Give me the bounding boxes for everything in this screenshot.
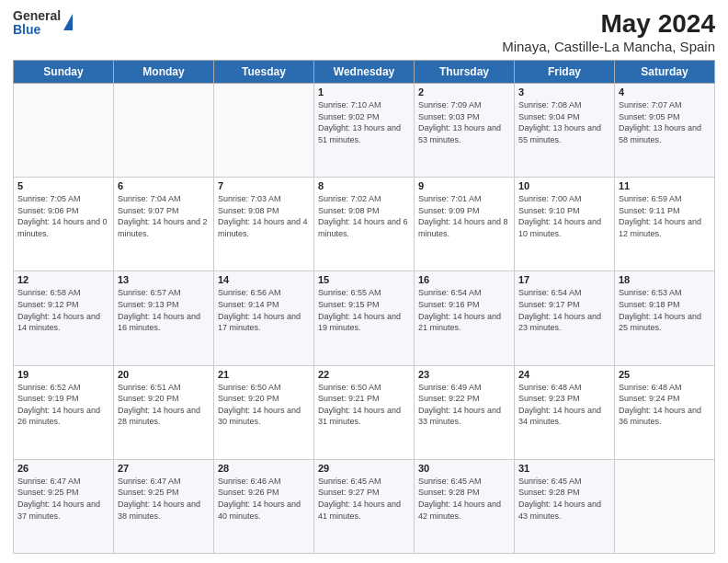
table-row: 24Sunrise: 6:48 AM Sunset: 9:23 PM Dayli… [515, 365, 615, 459]
calendar-title: May 2024 [502, 9, 715, 39]
day-number: 23 [418, 369, 510, 380]
header-friday: Friday [515, 61, 615, 84]
day-number: 31 [518, 463, 610, 474]
day-number: 19 [17, 369, 109, 380]
table-row: 2Sunrise: 7:09 AM Sunset: 9:03 PM Daylig… [415, 84, 515, 178]
day-number: 8 [318, 180, 410, 191]
table-row: 16Sunrise: 6:54 AM Sunset: 9:16 PM Dayli… [415, 271, 515, 365]
day-number: 29 [318, 463, 410, 474]
header-thursday: Thursday [415, 61, 515, 84]
table-row: 6Sunrise: 7:04 AM Sunset: 9:07 PM Daylig… [114, 178, 214, 271]
day-info: Sunrise: 7:00 AM Sunset: 9:10 PM Dayligh… [518, 193, 610, 239]
day-info: Sunrise: 6:48 AM Sunset: 9:23 PM Dayligh… [518, 382, 610, 428]
title-block: May 2024 Minaya, Castille-La Mancha, Spa… [502, 9, 715, 54]
day-info: Sunrise: 6:45 AM Sunset: 9:28 PM Dayligh… [518, 476, 610, 522]
day-info: Sunrise: 6:56 AM Sunset: 9:14 PM Dayligh… [218, 287, 310, 333]
logo-blue: Blue [13, 23, 61, 37]
table-row: 26Sunrise: 6:47 AM Sunset: 9:25 PM Dayli… [14, 459, 114, 553]
table-row: 5Sunrise: 7:05 AM Sunset: 9:06 PM Daylig… [14, 178, 114, 271]
header-saturday: Saturday [615, 61, 715, 84]
day-info: Sunrise: 6:51 AM Sunset: 9:20 PM Dayligh… [118, 382, 210, 428]
day-number: 22 [318, 369, 410, 380]
day-info: Sunrise: 7:04 AM Sunset: 9:07 PM Dayligh… [118, 193, 210, 239]
day-info: Sunrise: 6:45 AM Sunset: 9:28 PM Dayligh… [418, 476, 510, 522]
day-number: 15 [318, 274, 410, 285]
table-row: 11Sunrise: 6:59 AM Sunset: 9:11 PM Dayli… [615, 178, 715, 271]
day-info: Sunrise: 6:57 AM Sunset: 9:13 PM Dayligh… [118, 287, 210, 333]
table-row: 13Sunrise: 6:57 AM Sunset: 9:13 PM Dayli… [114, 271, 214, 365]
table-row: 28Sunrise: 6:46 AM Sunset: 9:26 PM Dayli… [214, 459, 314, 553]
table-row: 14Sunrise: 6:56 AM Sunset: 9:14 PM Dayli… [214, 271, 314, 365]
table-row: 10Sunrise: 7:00 AM Sunset: 9:10 PM Dayli… [515, 178, 615, 271]
day-number: 5 [17, 180, 109, 191]
calendar-week-row: 26Sunrise: 6:47 AM Sunset: 9:25 PM Dayli… [14, 459, 715, 553]
table-row: 7Sunrise: 7:03 AM Sunset: 9:08 PM Daylig… [214, 178, 314, 271]
day-number: 10 [518, 180, 610, 191]
day-number: 11 [619, 180, 711, 191]
table-row [214, 84, 314, 178]
day-number: 28 [218, 463, 310, 474]
day-info: Sunrise: 7:10 AM Sunset: 9:02 PM Dayligh… [318, 99, 410, 145]
table-row: 15Sunrise: 6:55 AM Sunset: 9:15 PM Dayli… [314, 271, 415, 365]
table-row: 12Sunrise: 6:58 AM Sunset: 9:12 PM Dayli… [14, 271, 114, 365]
calendar-week-row: 19Sunrise: 6:52 AM Sunset: 9:19 PM Dayli… [14, 365, 715, 459]
header: General Blue May 2024 Minaya, Castille-L… [13, 9, 715, 54]
table-row: 29Sunrise: 6:45 AM Sunset: 9:27 PM Dayli… [314, 459, 415, 553]
day-info: Sunrise: 6:50 AM Sunset: 9:20 PM Dayligh… [218, 382, 310, 428]
table-row: 27Sunrise: 6:47 AM Sunset: 9:25 PM Dayli… [114, 459, 214, 553]
day-info: Sunrise: 6:48 AM Sunset: 9:24 PM Dayligh… [619, 382, 711, 428]
day-number: 9 [418, 180, 510, 191]
header-wednesday: Wednesday [314, 61, 415, 84]
day-info: Sunrise: 7:01 AM Sunset: 9:09 PM Dayligh… [418, 193, 510, 239]
day-number: 12 [17, 274, 109, 285]
day-info: Sunrise: 7:09 AM Sunset: 9:03 PM Dayligh… [418, 99, 510, 145]
day-number: 27 [118, 463, 210, 474]
day-info: Sunrise: 6:54 AM Sunset: 9:17 PM Dayligh… [518, 287, 610, 333]
day-number: 26 [17, 463, 109, 474]
day-info: Sunrise: 6:55 AM Sunset: 9:15 PM Dayligh… [318, 287, 410, 333]
day-number: 2 [418, 86, 510, 98]
day-info: Sunrise: 6:54 AM Sunset: 9:16 PM Dayligh… [418, 287, 510, 333]
day-number: 25 [619, 369, 711, 380]
table-row: 1Sunrise: 7:10 AM Sunset: 9:02 PM Daylig… [314, 84, 415, 178]
day-info: Sunrise: 6:45 AM Sunset: 9:27 PM Dayligh… [318, 476, 410, 522]
day-number: 18 [619, 274, 711, 285]
header-sunday: Sunday [14, 61, 114, 84]
day-number: 24 [518, 369, 610, 380]
table-row: 9Sunrise: 7:01 AM Sunset: 9:09 PM Daylig… [415, 178, 515, 271]
day-number: 1 [318, 86, 410, 98]
day-info: Sunrise: 7:03 AM Sunset: 9:08 PM Dayligh… [218, 193, 310, 239]
logo-triangle-icon [63, 14, 73, 30]
table-row: 23Sunrise: 6:49 AM Sunset: 9:22 PM Dayli… [415, 365, 515, 459]
day-number: 16 [418, 274, 510, 285]
table-row: 19Sunrise: 6:52 AM Sunset: 9:19 PM Dayli… [14, 365, 114, 459]
calendar-week-row: 1Sunrise: 7:10 AM Sunset: 9:02 PM Daylig… [14, 84, 715, 178]
table-row [14, 84, 114, 178]
day-info: Sunrise: 6:49 AM Sunset: 9:22 PM Dayligh… [418, 382, 510, 428]
day-info: Sunrise: 6:47 AM Sunset: 9:25 PM Dayligh… [17, 476, 109, 522]
day-number: 21 [218, 369, 310, 380]
calendar-header-row: Sunday Monday Tuesday Wednesday Thursday… [14, 61, 715, 84]
day-number: 13 [118, 274, 210, 285]
header-tuesday: Tuesday [214, 61, 314, 84]
day-info: Sunrise: 6:46 AM Sunset: 9:26 PM Dayligh… [218, 476, 310, 522]
day-number: 30 [418, 463, 510, 474]
day-number: 20 [118, 369, 210, 380]
calendar-subtitle: Minaya, Castille-La Mancha, Spain [502, 39, 715, 54]
day-number: 3 [518, 86, 610, 98]
day-info: Sunrise: 6:52 AM Sunset: 9:19 PM Dayligh… [17, 382, 109, 428]
page: General Blue May 2024 Minaya, Castille-L… [0, 0, 728, 563]
day-number: 17 [518, 274, 610, 285]
table-row: 4Sunrise: 7:07 AM Sunset: 9:05 PM Daylig… [615, 84, 715, 178]
table-row: 20Sunrise: 6:51 AM Sunset: 9:20 PM Dayli… [114, 365, 214, 459]
table-row: 18Sunrise: 6:53 AM Sunset: 9:18 PM Dayli… [615, 271, 715, 365]
day-info: Sunrise: 7:07 AM Sunset: 9:05 PM Dayligh… [619, 99, 711, 145]
calendar-week-row: 5Sunrise: 7:05 AM Sunset: 9:06 PM Daylig… [14, 178, 715, 271]
day-info: Sunrise: 7:05 AM Sunset: 9:06 PM Dayligh… [17, 193, 109, 239]
calendar-week-row: 12Sunrise: 6:58 AM Sunset: 9:12 PM Dayli… [14, 271, 715, 365]
logo: General Blue [13, 9, 73, 38]
day-number: 6 [118, 180, 210, 191]
table-row: 17Sunrise: 6:54 AM Sunset: 9:17 PM Dayli… [515, 271, 615, 365]
day-info: Sunrise: 7:08 AM Sunset: 9:04 PM Dayligh… [518, 99, 610, 145]
table-row: 22Sunrise: 6:50 AM Sunset: 9:21 PM Dayli… [314, 365, 415, 459]
